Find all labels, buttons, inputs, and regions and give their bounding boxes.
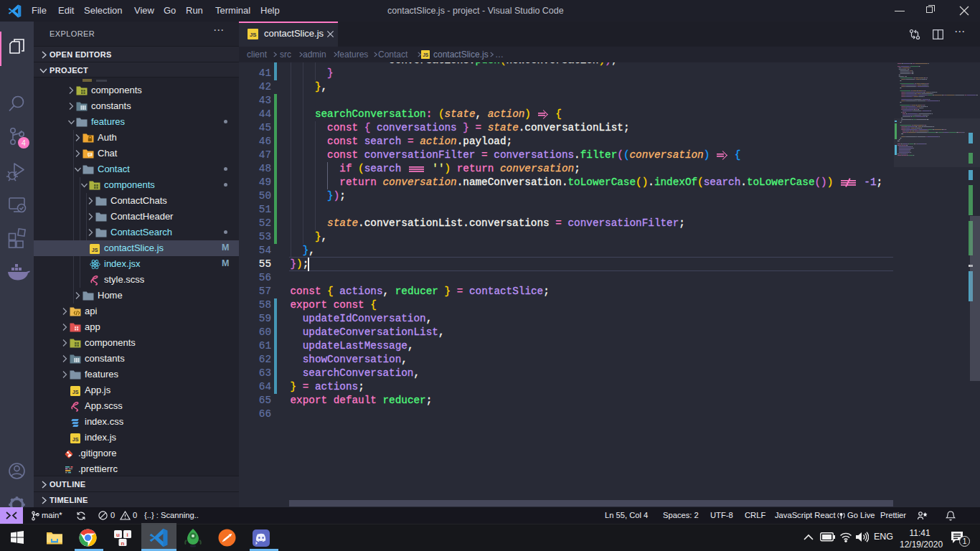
svg-text:4: 4 — [22, 138, 26, 147]
svg-text:n: n — [121, 540, 125, 547]
svg-text:u: u — [116, 532, 120, 538]
svg-text:JS: JS — [92, 246, 98, 253]
svg-text:i: i — [126, 532, 128, 538]
svg-text:JS: JS — [72, 435, 79, 442]
svg-text:JS: JS — [72, 388, 79, 395]
